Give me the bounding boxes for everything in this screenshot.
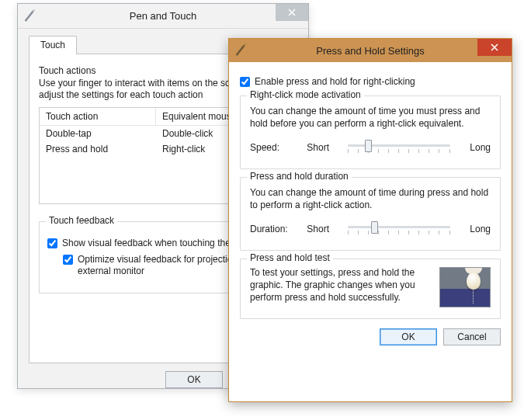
duration-label: Duration:	[250, 224, 296, 234]
test-group: Press and hold test To test your setting…	[240, 259, 501, 319]
tab-touch[interactable]: Touch	[29, 36, 77, 54]
duration-slider[interactable]	[348, 219, 450, 239]
close-icon	[288, 9, 296, 16]
enable-press-hold-checkbox[interactable]	[240, 77, 250, 87]
slider-track	[348, 226, 450, 228]
pull-cord-icon	[473, 288, 474, 304]
test-desc: To test your settings, press and hold th…	[250, 267, 432, 304]
enable-press-hold-row: Enable press and hold for right-clicking	[240, 76, 501, 88]
pen-and-touch-close-button[interactable]	[276, 4, 308, 21]
activation-caption: Right-click mode activation	[247, 89, 364, 100]
press-hold-title: Press and Hold Settings	[229, 45, 512, 57]
pen-and-touch-ok-button[interactable]: OK	[165, 371, 223, 388]
light-bulb-icon	[467, 272, 481, 290]
speed-label: Speed:	[250, 142, 296, 153]
slider-track	[348, 144, 450, 147]
slider-thumb[interactable]	[371, 221, 378, 234]
table-header-action: Touch action	[40, 108, 156, 125]
speed-short-label: Short	[307, 142, 336, 153]
press-hold-close-button[interactable]	[477, 39, 512, 56]
activation-desc: You can change the amount of time you mu…	[250, 106, 491, 130]
duration-caption: Press and hold duration	[247, 171, 352, 182]
duration-short-label: Short	[307, 224, 336, 234]
show-visual-feedback-checkbox[interactable]	[47, 238, 57, 248]
speed-long-label: Long	[461, 142, 491, 153]
optimize-projection-checkbox[interactable]	[63, 255, 73, 265]
duration-group: Press and hold duration You can change t…	[240, 177, 501, 251]
test-caption: Press and hold test	[247, 252, 333, 263]
enable-press-hold-label[interactable]: Enable press and hold for right-clicking	[255, 76, 415, 88]
speed-slider[interactable]	[348, 137, 450, 158]
close-icon	[491, 43, 498, 51]
slider-thumb[interactable]	[365, 140, 372, 152]
pen-and-touch-titlebar[interactable]: Pen and Touch	[18, 4, 308, 29]
activation-group: Right-click mode activation You can chan…	[240, 95, 501, 169]
slider-ticks	[348, 231, 450, 234]
test-graphic[interactable]	[439, 267, 491, 307]
press-hold-titlebar[interactable]: Press and Hold Settings	[229, 39, 512, 62]
press-hold-buttons: OK Cancel	[240, 328, 501, 345]
speed-slider-row: Speed: Short Long	[250, 137, 491, 158]
slider-ticks	[348, 149, 450, 153]
duration-desc: You can change the amount of time during…	[250, 187, 491, 211]
press-hold-body: Enable press and hold for right-clicking…	[229, 62, 512, 353]
pen-and-touch-title: Pen and Touch	[18, 10, 308, 22]
duration-long-label: Long	[461, 224, 491, 234]
press-hold-ok-button[interactable]: OK	[380, 328, 437, 345]
press-hold-cancel-button[interactable]: Cancel	[443, 328, 501, 345]
duration-slider-row: Duration: Short Long	[250, 219, 491, 239]
touch-feedback-caption: Touch feedback	[46, 215, 117, 226]
press-hold-settings-window: Press and Hold Settings Enable press and…	[228, 38, 512, 402]
